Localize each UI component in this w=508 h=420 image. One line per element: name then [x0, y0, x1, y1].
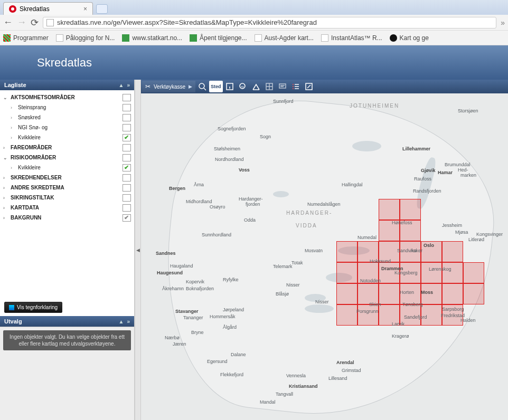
- lagliste-header[interactable]: Lagliste ▲ »: [0, 80, 134, 90]
- reload-button[interactable]: ⟳: [31, 17, 39, 28]
- tab-close-icon[interactable]: ×: [83, 5, 87, 13]
- layer-checkbox[interactable]: [123, 184, 131, 192]
- map-label: Gjøvik: [421, 168, 436, 173]
- layer-checkbox[interactable]: [123, 194, 131, 202]
- map-label: Jæren: [173, 341, 186, 347]
- layer-kartdata[interactable]: ›KARTDATA: [0, 203, 134, 213]
- sidebar-collapse-handle[interactable]: [135, 80, 141, 420]
- layer-checkbox[interactable]: [123, 144, 131, 151]
- layer-label: SKREDHENDELSER: [10, 175, 123, 180]
- map-label: HARDANGER-: [286, 210, 332, 216]
- grid-cell: [442, 262, 463, 283]
- bookmark-2[interactable]: www.statkart.no...: [122, 34, 182, 42]
- expander-icon[interactable]: ›: [3, 145, 10, 150]
- measure-tool[interactable]: [250, 81, 262, 92]
- bookmark-5[interactable]: InstantAtlas™ R...: [321, 34, 382, 42]
- app-main: Lagliste ▲ » ⌄AKTSOMHETSOMRÅDER›Steinspr…: [0, 80, 508, 420]
- layer-andre[interactable]: ›ANDRE SKREDTEMA: [0, 183, 134, 193]
- layer-checkbox[interactable]: [123, 174, 131, 182]
- collapse-up-icon[interactable]: ▲: [119, 319, 124, 324]
- layer-snoskred[interactable]: ›Snøskred: [0, 112, 134, 122]
- forward-button[interactable]: →: [17, 17, 26, 28]
- layer-label: SIKRINGSTILTAK: [10, 195, 123, 201]
- back-button[interactable]: ←: [3, 17, 13, 28]
- map-label: Oslo: [424, 243, 434, 248]
- info-tool[interactable]: [223, 81, 236, 92]
- comment-tool[interactable]: [276, 81, 289, 92]
- layer-bakgrunn[interactable]: ›BAKGRUNN: [0, 213, 134, 223]
- bookmark-6[interactable]: Kart og ge: [390, 34, 429, 42]
- toolbox-dropdown[interactable]: ✂ Verktøykasse ▶: [142, 81, 195, 92]
- legend-button[interactable]: Vis tegnforklaring: [4, 302, 62, 313]
- grid-tool[interactable]: [263, 81, 276, 92]
- layer-skredh[interactable]: ›SKREDHENDELSER: [0, 173, 134, 183]
- list-tool[interactable]: [289, 81, 302, 92]
- layer-kvikkleire1[interactable]: ›Kvikkleire: [0, 132, 134, 142]
- map-label: Vennesla: [286, 373, 306, 378]
- expander-icon[interactable]: ›: [3, 185, 10, 190]
- xy-tool[interactable]: xy: [237, 81, 249, 92]
- map-label: Kongsvinger: [476, 232, 503, 237]
- expander-icon[interactable]: ⌄: [3, 155, 10, 160]
- search-tool[interactable]: [196, 81, 209, 92]
- layer-ngi[interactable]: ›NGI Snø- og: [0, 122, 134, 132]
- layer-checkbox[interactable]: [123, 124, 131, 131]
- svg-line-21: [307, 85, 311, 88]
- grid-cell: [336, 262, 358, 283]
- layer-label: Steinsprang: [17, 104, 123, 110]
- expander-icon[interactable]: ›: [3, 195, 10, 201]
- expander-icon[interactable]: ›: [11, 125, 17, 130]
- map-label: Jørpeland: [223, 307, 244, 312]
- expander-icon[interactable]: ›: [3, 215, 10, 221]
- map-label: Asker: [410, 248, 422, 253]
- url-input[interactable]: skredatlas.nve.no/ge/Viewer.aspx?Site=Sk…: [43, 17, 496, 28]
- layer-fare[interactable]: ›FAREOMRÅDER: [0, 142, 134, 152]
- bookmark-1[interactable]: Pålogging for N...: [56, 34, 115, 42]
- expander-icon[interactable]: ⌄: [3, 95, 10, 100]
- layer-checkbox[interactable]: [123, 94, 131, 101]
- layer-checkbox[interactable]: [123, 154, 131, 161]
- layer-checkbox[interactable]: [123, 134, 131, 141]
- map-label: Åkrehamn: [162, 286, 184, 291]
- layer-steinsprang[interactable]: ›Steinsprang: [0, 102, 134, 112]
- sted-tool[interactable]: Sted: [209, 81, 223, 92]
- bookmark-apps[interactable]: Programmer: [3, 34, 49, 42]
- map-label: Randsfjorden: [413, 188, 441, 194]
- map-label: marken: [460, 173, 476, 178]
- layer-checkbox[interactable]: [123, 114, 131, 121]
- expand-icon[interactable]: »: [127, 319, 130, 324]
- draw-tool[interactable]: [303, 81, 315, 92]
- layer-checkbox[interactable]: [123, 164, 131, 171]
- svg-point-14: [293, 84, 294, 85]
- map-canvas[interactable]: SunnfjordJOTUNHEIMENStorsjøenSognefjorde…: [141, 93, 508, 420]
- layer-checkbox[interactable]: [123, 204, 131, 212]
- grid-cell: [400, 199, 421, 220]
- svg-point-16: [293, 86, 294, 87]
- bookmark-4[interactable]: Aust-Agder kart...: [255, 34, 314, 42]
- expander-icon[interactable]: ›: [3, 205, 10, 211]
- layer-label: KARTDATA: [10, 205, 123, 211]
- expander-icon[interactable]: ›: [11, 165, 17, 170]
- browser-tab[interactable]: Skredatlas ×: [3, 2, 93, 15]
- expander-icon[interactable]: ›: [11, 115, 17, 120]
- layer-checkbox[interactable]: [123, 214, 131, 222]
- collapse-up-icon[interactable]: ▲: [119, 82, 124, 88]
- expander-icon[interactable]: ›: [3, 175, 10, 180]
- layer-sikring[interactable]: ›SIKRINGSTILTAK: [0, 193, 134, 203]
- chrome-menu-icon[interactable]: »: [501, 18, 505, 27]
- utvalg-header[interactable]: Utvalg ▲ »: [0, 316, 134, 327]
- expand-icon[interactable]: »: [127, 82, 130, 88]
- expander-icon[interactable]: ›: [11, 105, 17, 110]
- layer-risiko[interactable]: ⌄RISIKOOMRÅDER: [0, 152, 134, 163]
- bookmark-3[interactable]: Åpent tilgjenge...: [190, 34, 247, 42]
- lake: [305, 304, 334, 313]
- map-label: Hed-: [458, 167, 468, 173]
- expander-icon[interactable]: ›: [11, 135, 17, 140]
- new-tab-button[interactable]: [96, 4, 108, 14]
- lagliste-title: Lagliste: [4, 82, 26, 88]
- layer-aktsomhet[interactable]: ⌄AKTSOMHETSOMRÅDER: [0, 92, 134, 102]
- map-label: Tønsberg: [402, 302, 423, 307]
- layer-kvikkleire2[interactable]: ›Kvikkleire: [0, 163, 134, 173]
- layer-label: NGI Snø- og: [17, 125, 123, 130]
- layer-checkbox[interactable]: [123, 104, 131, 111]
